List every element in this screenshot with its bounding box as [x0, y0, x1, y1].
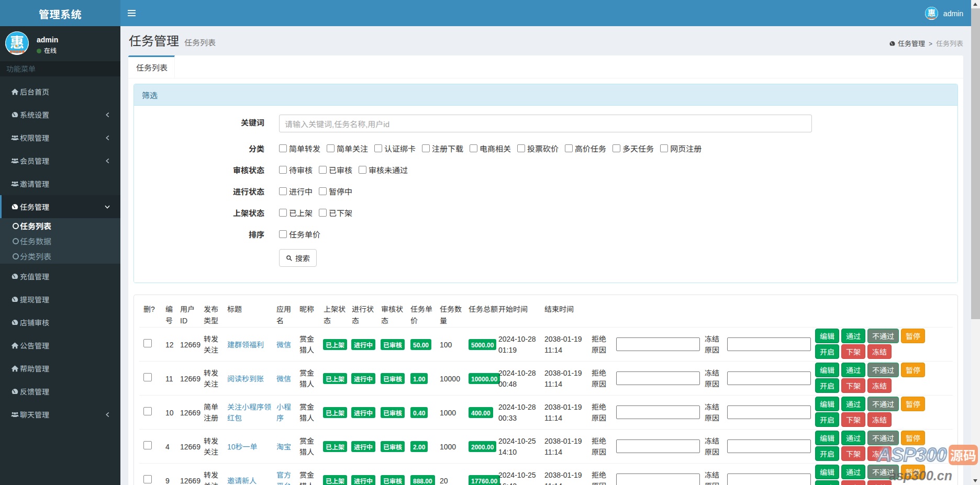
- svg-text:惠: 惠: [928, 7, 936, 18]
- svg-text:惠: 惠: [10, 31, 24, 52]
